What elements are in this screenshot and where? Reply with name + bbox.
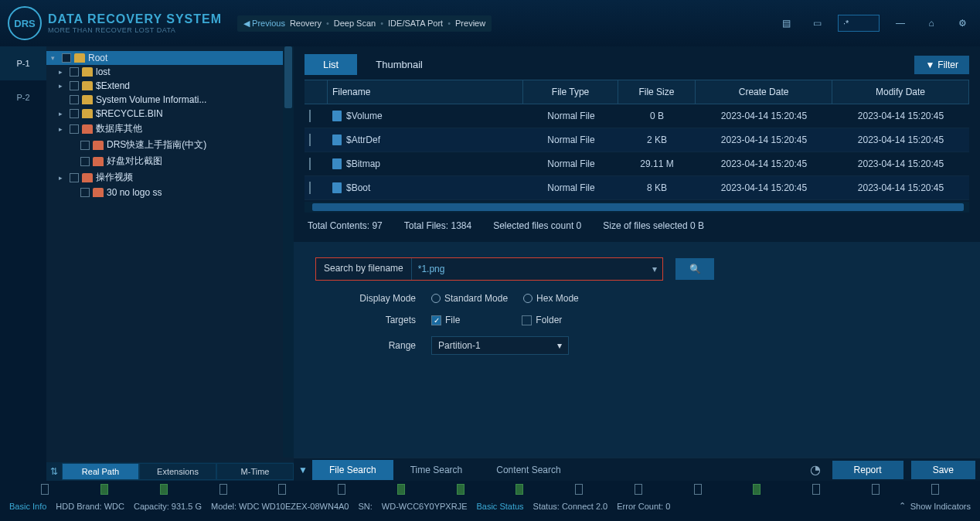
tree-checkbox[interactable]	[70, 67, 79, 77]
bottom-tab-file-search[interactable]: File Search	[312, 460, 393, 480]
inbox-icon[interactable]: ◔	[806, 461, 825, 479]
tree-tab-extensions[interactable]: Extensions	[139, 463, 216, 480]
minimize-icon[interactable]: —	[890, 13, 910, 33]
column-checkbox[interactable]	[305, 80, 328, 104]
table-row[interactable]: $BitmapNormal File29.11 M2023-04-14 15:2…	[305, 152, 969, 176]
tree-item[interactable]: ▸lost	[46, 65, 294, 79]
view-tab-thumbnail[interactable]: Thumbnail	[357, 54, 441, 75]
tree-item[interactable]: ▸数据库其他	[46, 121, 294, 137]
expander-icon[interactable]: ▸	[59, 82, 66, 90]
tree-checkbox[interactable]	[70, 173, 79, 182]
column-modify-date[interactable]: Modify Date	[832, 80, 969, 104]
checkbox-folder[interactable]: Folder	[522, 315, 562, 325]
cell-create: 2023-04-14 15:20:45	[696, 155, 832, 172]
table-row[interactable]: $VolumeNormal File0 B2023-04-14 15:20:45…	[305, 104, 969, 128]
search-field-label: Search by filename	[316, 258, 412, 280]
gear-icon[interactable]: ⚙	[952, 13, 972, 33]
expander-icon[interactable]: ▸	[59, 110, 66, 117]
folder-icon	[82, 124, 93, 134]
search-button[interactable]: 🔍	[675, 258, 714, 280]
report-button[interactable]: Report	[832, 461, 903, 479]
row-checkbox[interactable]	[309, 110, 311, 122]
bottom-tab-content-search[interactable]: Content Search	[479, 460, 577, 480]
tree-item[interactable]: DRS快速上手指南(中文)	[46, 137, 294, 153]
tree-item[interactable]: 好盘对比截图	[46, 153, 294, 169]
tree-scrollbar[interactable]	[283, 46, 294, 458]
tree-checkbox[interactable]	[62, 53, 71, 63]
collapse-icon[interactable]: ▼	[298, 465, 312, 475]
logo-badge: DRS	[8, 6, 42, 40]
row-checkbox[interactable]	[309, 158, 311, 170]
tree-label: $RECYCLE.BIN	[96, 108, 163, 119]
battery-indicator	[278, 484, 286, 495]
tree-checkbox[interactable]	[70, 109, 79, 118]
show-indicators-button[interactable]: ⌃ Show Indicators	[899, 501, 971, 511]
breadcrumb-item[interactable]: Reovery	[290, 19, 322, 28]
basic-info-label[interactable]: Basic Info	[9, 502, 46, 511]
battery-indicator	[694, 484, 702, 495]
column-filesize[interactable]: File Size	[618, 80, 696, 104]
basic-status-label[interactable]: Basic Status	[476, 502, 523, 511]
tree-tab-real-path[interactable]: Real Path	[62, 463, 139, 480]
sort-icon[interactable]: ⇅	[46, 466, 62, 477]
cell-modify: 2023-04-14 15:20:45	[832, 107, 969, 124]
column-filetype[interactable]: File Type	[523, 80, 618, 104]
header-search-input[interactable]	[838, 15, 880, 32]
breadcrumb-item[interactable]: Deep Scan	[334, 19, 376, 28]
tree-label: 好盘对比截图	[107, 155, 162, 168]
tree-item[interactable]: ▸$RECYCLE.BIN	[46, 107, 294, 121]
cell-filename: $AttrDef	[328, 131, 524, 148]
save-button[interactable]: Save	[911, 461, 975, 479]
table-row[interactable]: $AttrDefNormal File2 KB2023-04-14 15:20:…	[305, 128, 969, 152]
radio-hex-mode[interactable]: Hex Mode	[523, 293, 579, 304]
tree-item[interactable]: ▸$Extend	[46, 79, 294, 93]
tree-checkbox[interactable]	[70, 81, 79, 90]
column-filename[interactable]: Filename	[328, 80, 523, 104]
tree-item[interactable]: ▸操作视频	[46, 169, 294, 186]
breadcrumb-item[interactable]: IDE/SATA Port	[388, 19, 443, 28]
expander-icon[interactable]: ▸	[59, 125, 66, 133]
tree-checkbox[interactable]	[80, 157, 90, 166]
tree-item[interactable]: 30 no logo ss	[46, 186, 294, 199]
breadcrumb-previous[interactable]: ◀ Previous	[243, 19, 285, 29]
row-checkbox[interactable]	[309, 134, 311, 146]
row-checkbox[interactable]	[309, 182, 311, 194]
tree-checkbox[interactable]	[70, 95, 79, 104]
breadcrumb-item[interactable]: Preview	[455, 19, 485, 28]
tree-tab-mtime[interactable]: M-Time	[216, 463, 294, 480]
tree-checkbox[interactable]	[70, 124, 79, 134]
filter-button[interactable]: ▼ Filter	[914, 56, 969, 74]
folder-icon	[74, 53, 85, 63]
expander-icon[interactable]: ▸	[59, 68, 66, 76]
expander-icon[interactable]: ▸	[59, 174, 66, 182]
table-scrollbar[interactable]	[305, 202, 969, 213]
home-icon[interactable]: ⌂	[921, 13, 941, 33]
checkbox-icon	[522, 315, 532, 325]
search-dropdown-icon[interactable]: ▾	[647, 258, 662, 280]
bottom-tab-time-search[interactable]: Time Search	[393, 460, 480, 480]
range-select[interactable]: Partition-1 ▾	[431, 336, 569, 355]
battery-indicator	[338, 484, 345, 495]
expander-icon[interactable]: ▾	[51, 54, 59, 62]
table-row[interactable]: $BootNormal File8 KB2023-04-14 15:20:452…	[305, 176, 969, 200]
folder-icon	[82, 81, 93, 90]
column-create-date[interactable]: Create Date	[696, 80, 832, 104]
search-filename-input[interactable]	[412, 258, 647, 280]
folder-icon	[93, 141, 104, 150]
partition-tab-1[interactable]: P-1	[0, 46, 46, 80]
view-tab-list[interactable]: List	[305, 54, 357, 75]
tree-item[interactable]: ▾Root	[46, 51, 294, 65]
server-icon[interactable]: ▤	[776, 13, 796, 33]
checkbox-file[interactable]: ✓ File	[431, 315, 460, 325]
tree-label: lost	[96, 66, 111, 77]
tree-item[interactable]: System Volume Informati...	[46, 93, 294, 107]
tree-checkbox[interactable]	[80, 141, 90, 150]
tree-label: 30 no logo ss	[107, 187, 162, 198]
partition-tab-2[interactable]: P-2	[0, 80, 46, 114]
cell-modify: 2023-04-14 15:20:45	[832, 155, 969, 172]
briefcase-icon[interactable]: ▭	[807, 13, 827, 33]
tree-checkbox[interactable]	[80, 188, 90, 197]
checkbox-icon: ✓	[431, 315, 441, 325]
radio-standard-mode[interactable]: Standard Mode	[431, 293, 508, 304]
targets-label: Targets	[315, 315, 416, 325]
